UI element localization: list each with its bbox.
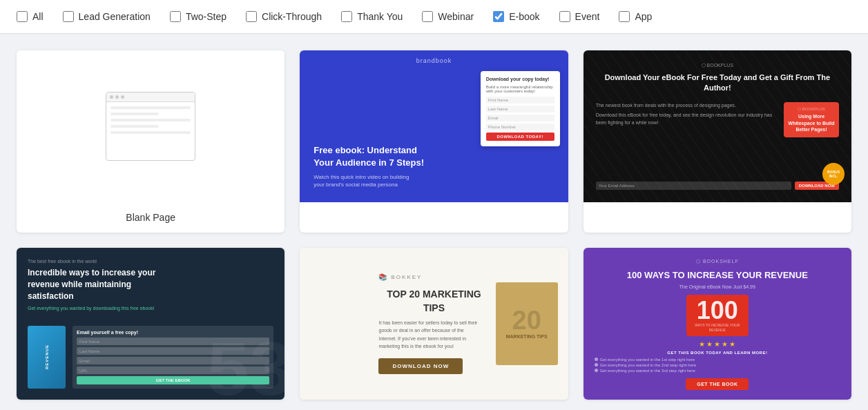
filter-event[interactable]: Event (559, 11, 600, 22)
checkbox-webinar[interactable] (422, 11, 433, 22)
checkbox-thank-you[interactable] (341, 11, 352, 22)
filter-two-step[interactable]: Two-Step (170, 11, 226, 22)
brand-logo: brandbook (416, 57, 452, 64)
browser-content (106, 102, 195, 138)
line (110, 119, 191, 121)
dot (121, 95, 124, 99)
thumbnail-blue-ebook: brandbook Free ebook: Understand Your Au… (300, 50, 568, 202)
filter-label-click-through: Click-Through (262, 11, 322, 22)
book-sub: WAYS TO INCREASE YOUR REVENUE (690, 323, 745, 333)
dark-left-text: The newest book from deals with the proc… (596, 102, 777, 110)
thumbnail-marketing-tips: 📚 BOKKEY TOP 20 MARKETING TIPS It has be… (300, 248, 568, 400)
line (110, 113, 159, 115)
thumbnail-purple-revenue: ⬡ BOOKSHELF 100 WAYS TO INCREASE YOUR RE… (584, 248, 851, 400)
email-input: Your Email Address (596, 182, 791, 190)
filter-webinar[interactable]: Webinar (422, 11, 474, 22)
purple-thumb: ⬡ BOOKSHELF 100 WAYS TO INCREASE YOUR RE… (584, 248, 851, 400)
star: ★ (722, 340, 728, 348)
star: ★ (699, 340, 705, 348)
book-num: 100 (697, 298, 738, 323)
marketing-logo: 📚 BOKKEY (378, 273, 422, 281)
marketing-body: It has been easier for sellers today to … (378, 319, 482, 350)
card-dark-ebook[interactable]: ⬡ BOOKPLUS Download Your eBook For Free … (584, 50, 851, 233)
check-text: Get everything you wanted in the 1st ste… (600, 358, 695, 362)
book-logo: ⬡ BOOKPLUS (798, 106, 825, 111)
dark-logo: ⬡ BOOKPLUS (596, 63, 839, 68)
card-marketing-tips[interactable]: 📚 BOKKEY TOP 20 MARKETING TIPS It has be… (300, 248, 568, 400)
star-rating: ★★★★★ (699, 340, 735, 348)
form-field: First Name (77, 338, 269, 345)
dark-row: The newest book from deals with the proc… (596, 102, 839, 137)
card-blue-ebook[interactable]: brandbook Free ebook: Understand Your Au… (300, 50, 568, 233)
blue-ebook-thumb: brandbook Free ebook: Understand Your Au… (300, 50, 568, 202)
purple-logo: ⬡ BOOKSHELF (696, 259, 739, 264)
revenue-thumb: 53 The best free ebook in the world Incr… (17, 248, 284, 400)
filter-label-lead-gen: Lead Generation (79, 11, 151, 22)
book-cover: 20 MARKETING TIPS (496, 282, 558, 365)
filter-thank-you[interactable]: Thank You (341, 11, 403, 22)
filter-click-through[interactable]: Click-Through (246, 11, 322, 22)
card-blank[interactable]: Blank Page (17, 50, 284, 233)
filter-app[interactable]: App (619, 11, 652, 22)
check-dot (595, 369, 598, 372)
checkbox-app[interactable] (619, 11, 630, 22)
purple-title: 100 WAYS TO INCREASE YOUR REVENUE (627, 270, 808, 282)
bonus-badge: BONUSINCL. (822, 163, 845, 185)
thumbnail-revenue: 53 The best free ebook in the world Incr… (17, 248, 284, 400)
checkbox-all[interactable] (17, 11, 28, 22)
filter-label-all: All (32, 11, 44, 22)
check-item: Get everything you wanted in the 2nd ste… (595, 363, 840, 367)
filter-ebook[interactable]: E-book (493, 11, 539, 22)
browser-mockup (106, 92, 195, 161)
book-cover: ⬡ BOOKPLUS Using More Whitespace to Buil… (784, 102, 839, 137)
revenue-sub: Get everything you wanted by downloading… (28, 306, 273, 311)
book-label: MARKETING TIPS (506, 333, 548, 340)
card-purple-revenue[interactable]: ⬡ BOOKSHELF 100 WAYS TO INCREASE YOUR RE… (584, 248, 851, 400)
revenue-book: REVENUE (28, 326, 66, 389)
revenue-form: Email yourself a free copy! First NameLa… (73, 326, 273, 389)
checkbox-ebook[interactable] (493, 11, 504, 22)
top-text: The best free ebook in the world (28, 259, 273, 264)
marketing-btn: DOWNLOAD NOW (378, 358, 463, 374)
form-field: Phone Number (486, 124, 554, 130)
filter-label-app: App (635, 11, 652, 22)
ebook-title: Free ebook: Understand Your Audience in … (314, 144, 424, 169)
check-item: Get everything you wanted in the 3rd ste… (595, 369, 840, 373)
form-label: Email yourself a free copy! (77, 330, 269, 335)
form-field: URL (77, 367, 269, 374)
marketing-title: TOP 20 MARKETING TIPS (378, 288, 489, 315)
filter-lead-gen[interactable]: Lead Generation (63, 11, 151, 22)
marketing-thumb: 📚 BOKKEY TOP 20 MARKETING TIPS It has be… (300, 248, 568, 400)
checkbox-event[interactable] (559, 11, 570, 22)
form-field: Email (486, 115, 554, 121)
book-title: Using More Whitespace to Build Better Pa… (788, 113, 835, 133)
form-subtitle: Build a more meaningful relationship wit… (486, 85, 554, 93)
form-field: Last Name (77, 347, 269, 355)
thumbnail-blank (17, 50, 284, 202)
check-text: Get everything you wanted in the 3rd ste… (600, 369, 695, 373)
browser-bar (106, 92, 195, 102)
card-revenue[interactable]: 53 The best free ebook in the world Incr… (17, 248, 284, 400)
filter-bar: AllLead GenerationTwo-StepClick-ThroughT… (0, 0, 868, 34)
checkbox-two-step[interactable] (170, 11, 181, 22)
dark-ebook-thumb: ⬡ BOOKPLUS Download Your eBook For Free … (584, 50, 851, 202)
cards-grid: Blank Page brandbook Free ebook: Underst… (0, 34, 868, 410)
purple-sub: The Original eBook Now Just $4.99 (679, 284, 755, 289)
cta-text: GET THIS BOOK TODAY AND LEARN MORE! (667, 351, 767, 355)
line (110, 106, 191, 109)
thumbnail-dark-ebook: ⬡ BOOKPLUS Download Your eBook For Free … (584, 50, 851, 202)
form-btn: GET THE EBOOK (77, 376, 269, 384)
line (110, 125, 159, 128)
form-title: Download your copy today! (486, 77, 554, 81)
star: ★ (706, 340, 713, 348)
dark-title: Download Your eBook For Free Today and G… (596, 72, 839, 94)
checkbox-lead-gen[interactable] (63, 11, 74, 22)
checkbox-click-through[interactable] (246, 11, 257, 22)
check-dot (595, 363, 598, 367)
ebook-form: Download your copy today! Build a more m… (481, 71, 560, 146)
filter-all[interactable]: All (17, 11, 44, 22)
dot (115, 95, 119, 99)
form-button: DOWNLOAD TODAY! (486, 133, 554, 141)
check-text: Get everything you wanted in the 2nd ste… (600, 363, 696, 367)
dark-form-row: Your Email Address DOWNLOAD NOW (596, 182, 839, 190)
